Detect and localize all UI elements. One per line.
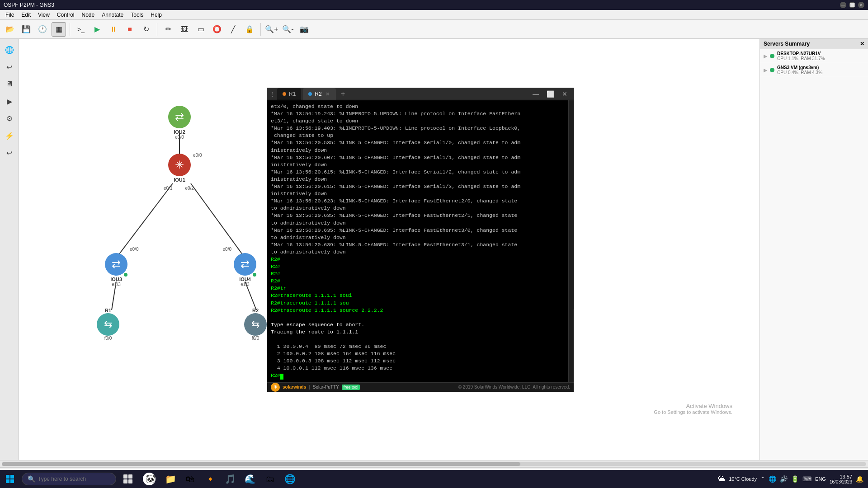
taskbar-arrow-up-icon[interactable]: ⌃ [760, 476, 765, 482]
server-2-dot [770, 68, 774, 72]
sidebar-undo-icon[interactable]: ↩ [2, 145, 17, 160]
taskbar-app-archive[interactable]: 🗂 [260, 470, 280, 488]
taskbar-volume-icon[interactable]: 🔊 [780, 475, 788, 483]
taskbar-app-store[interactable]: 🛍 [180, 470, 200, 488]
terminal-content[interactable]: et3/0, changed state to down *Mar 16 13:… [267, 100, 574, 382]
zoom-out-button[interactable]: 🔍- [281, 22, 295, 37]
sidebar-device-icon[interactable]: 🖥 [2, 77, 17, 91]
stop-button[interactable]: ■ [123, 22, 137, 37]
taskbar-notification-icon[interactable]: 🔔 [856, 475, 863, 483]
term-line-6: *Mar 16 13:56:20.535: %LINK-5-CHANGED: I… [271, 139, 565, 146]
menu-node[interactable]: Node [78, 11, 99, 19]
taskbar-time: 13:57 [830, 474, 852, 479]
bottom-scrollbar[interactable] [0, 460, 868, 467]
title-bar: OSPF P2PM - GNS3 — ⬜ ✕ [0, 0, 868, 10]
line-button[interactable]: ╱ [226, 22, 241, 37]
iou3-port-top: e0/0 [130, 247, 138, 252]
server-1-expand[interactable]: ▶ [764, 53, 767, 59]
term-line-18: *Mar 16 13:56:20.635: %LINK-5-CHANGED: I… [271, 227, 565, 234]
taskbar-app-edge[interactable]: 🌊 [240, 470, 260, 488]
reload-button[interactable]: ↻ [139, 22, 153, 37]
taskbar-clock[interactable]: 13:57 16/03/2023 [830, 474, 852, 484]
search-input[interactable] [38, 476, 110, 482]
zoom-in-button[interactable]: 🔍+ [264, 22, 279, 37]
close-btn[interactable]: ✕ [858, 2, 864, 8]
taskbar-app-task-view[interactable] [118, 470, 138, 488]
r2-tab-dot [308, 92, 312, 96]
sidebar-browse-icon[interactable]: 🌐 [2, 42, 17, 57]
node-r1[interactable]: R1 ⇆ f0/0 [97, 307, 119, 341]
taskbar-app-spotify[interactable]: 🎵 [220, 470, 240, 488]
term-line-14: *Mar 16 13:56:20.623: %LINK-5-CHANGED: I… [271, 197, 565, 205]
taskbar-app-browser2[interactable]: 🌐 [280, 470, 300, 488]
r2-tab-close[interactable]: ✕ [325, 91, 330, 97]
sidebar-play-icon[interactable]: ▶ [2, 94, 17, 108]
minimize-btn[interactable]: — [840, 2, 846, 8]
node-iou1[interactable]: e0/0 ✳ IOU1 e0/1 e0/2 [168, 154, 191, 183]
taskbar-app-files[interactable]: 📁 [160, 470, 180, 488]
servers-collapse-icon[interactable]: ✕ [860, 41, 864, 47]
maximize-btn[interactable]: ⬜ [849, 2, 855, 8]
menu-annotate[interactable]: Annotate [98, 11, 127, 19]
taskbar-lang[interactable]: ENG [815, 476, 826, 482]
menu-file[interactable]: File [2, 11, 18, 19]
terminal-tab-r1[interactable]: R1 [277, 88, 301, 100]
node-iou3[interactable]: e0/0 ⇄ IOU3 e1/3 [105, 253, 127, 287]
canvas-area[interactable]: ⇄ IOU2 e0/0 e0/0 ✳ IOU1 e0/1 e0/2 e0/0 ⇄… [19, 39, 760, 460]
play-button[interactable]: ▶ [90, 22, 104, 37]
menu-help[interactable]: Help [147, 11, 165, 19]
terminal-scrollbar[interactable] [568, 100, 574, 382]
add-tab-button[interactable]: + [338, 89, 349, 99]
node-iou2[interactable]: ⇄ IOU2 e0/0 [168, 106, 191, 140]
svg-rect-5 [6, 475, 9, 479]
term-line-29: R2#traceroute 1.1.1.1 source 2.2.2.2 [271, 307, 565, 314]
taskbar-app-panda[interactable] [138, 470, 160, 488]
terminal-maximize[interactable]: ⬜ [544, 89, 557, 99]
window-controls[interactable]: — ⬜ ✕ [840, 2, 864, 8]
history-button[interactable]: 🕐 [35, 22, 50, 37]
term-line-23: R2# [271, 263, 565, 270]
term-line-36: 3 100.0.0.3 108 msec 112 msec 112 msec [271, 357, 565, 365]
term-line-21: to administratively down [271, 249, 565, 256]
sidebar-back-icon[interactable]: ↩ [2, 60, 17, 74]
server-item-1: ▶ DESKTOP-N27UR1V CPU 1.1%, RAM 31.7% [760, 49, 868, 63]
terminal-close[interactable]: ✕ [558, 89, 571, 99]
term-line-19: to administratively down [271, 234, 565, 241]
iou1-port-top: e0/0 [193, 153, 202, 158]
terminal-tab-r2[interactable]: R2 ✕ [303, 88, 335, 100]
ellipse-button[interactable]: ⭕ [210, 22, 224, 37]
menu-tools[interactable]: Tools [127, 11, 147, 19]
menu-view[interactable]: View [34, 11, 53, 19]
start-button[interactable] [0, 470, 20, 488]
menu-control[interactable]: Control [53, 11, 78, 19]
taskbar-search[interactable]: 🔍 [22, 473, 116, 485]
sidebar-settings-icon[interactable]: ⚙ [2, 111, 17, 126]
open-button[interactable]: 📂 [3, 22, 17, 37]
terminal-window[interactable]: ⋮ R1 R2 ✕ + — [267, 88, 574, 309]
server-2-expand[interactable]: ▶ [764, 67, 767, 73]
terminal-output[interactable]: et3/0, changed state to down *Mar 16 13:… [267, 100, 568, 382]
taskbar-right: 🌥 10°C Cloudy ⌃ 🌐 🔊 🔋 ⌨ ENG 13:57 16/03/… [713, 474, 868, 484]
pause-button[interactable]: ⏸ [106, 22, 121, 37]
save-button[interactable]: 💾 [19, 22, 33, 37]
node-iou4[interactable]: e0/0 ⇄ IOU4 e1/3 [234, 253, 256, 287]
taskbar-network-icon[interactable]: 🌐 [769, 475, 776, 483]
sidebar-filter-icon[interactable]: ⚡ [2, 128, 17, 143]
screenshot-button[interactable]: 📷 [297, 22, 311, 37]
lock-button[interactable]: 🔒 [242, 22, 257, 37]
node-r2[interactable]: R2 ⇆ f0/0 [244, 307, 267, 341]
svg-rect-11 [123, 479, 127, 483]
terminal-menu-icon[interactable]: ⋮ [270, 92, 274, 96]
term-line-15: to administratively down [271, 205, 565, 212]
image-button[interactable]: 🖼 [177, 22, 192, 37]
taskbar-app-blender[interactable]: 🔸 [200, 470, 220, 488]
rect-button[interactable]: ▭ [193, 22, 208, 37]
terminal-button[interactable]: >_ [74, 22, 88, 37]
terminal-minimize[interactable]: — [529, 89, 542, 99]
server-2-info: GNS3 VM (gns3vm) CPU 0.4%, RAM 4.3% [777, 65, 822, 75]
svg-rect-12 [128, 479, 132, 483]
grid-button[interactable]: ▦ [52, 22, 66, 37]
edit-node-button[interactable]: ✏ [161, 22, 175, 37]
menu-edit[interactable]: Edit [18, 11, 34, 19]
iou3-port-bottom: e1/3 [112, 282, 120, 287]
